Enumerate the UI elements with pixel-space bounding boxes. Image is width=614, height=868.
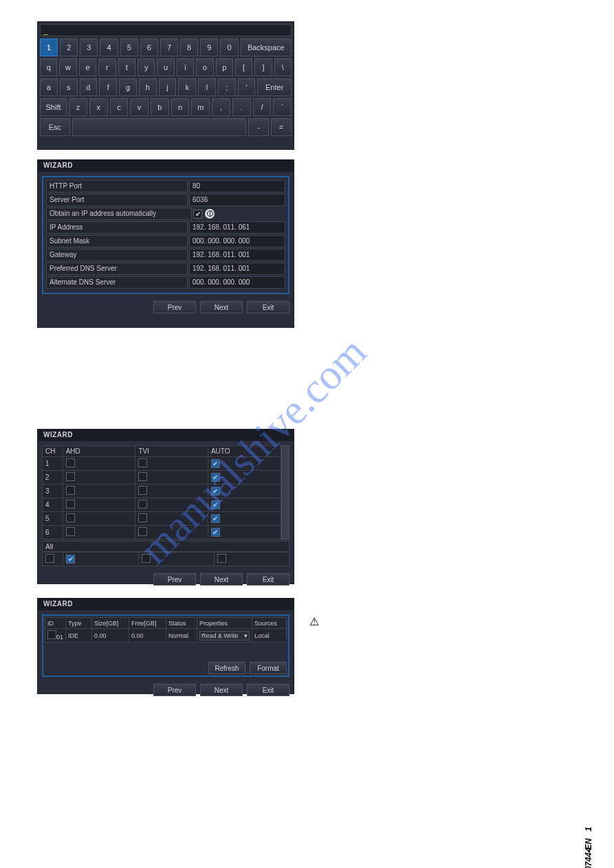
- key-space[interactable]: [72, 118, 246, 136]
- key-p[interactable]: p: [216, 58, 233, 76]
- key-semicolon[interactable]: ;: [218, 78, 236, 96]
- subnet-mask-input[interactable]: 000. 000. 000. 000: [189, 235, 285, 247]
- key-y[interactable]: y: [138, 58, 155, 76]
- prev-button[interactable]: Prev: [153, 301, 196, 313]
- key-equals[interactable]: =: [271, 118, 292, 136]
- server-port-label: Server Port: [46, 194, 188, 206]
- all-auto-checkbox[interactable]: [217, 554, 226, 563]
- preferred-dns-input[interactable]: 192. 168. 011. 001: [189, 263, 285, 275]
- http-port-input[interactable]: 80: [189, 180, 285, 192]
- ahd-checkbox[interactable]: [66, 527, 75, 536]
- dhcp-checkbox[interactable]: [193, 210, 202, 219]
- ahd-checkbox[interactable]: [66, 472, 75, 481]
- key-period[interactable]: .: [232, 98, 251, 116]
- key-g[interactable]: g: [119, 78, 137, 96]
- key-u[interactable]: u: [157, 58, 174, 76]
- table-row: 6: [43, 526, 281, 539]
- key-e[interactable]: e: [79, 58, 96, 76]
- ip-address-input[interactable]: 192. 168. 011. 061: [189, 221, 285, 234]
- key-h[interactable]: h: [139, 78, 157, 96]
- key-minus[interactable]: -: [248, 118, 269, 136]
- tvi-checkbox[interactable]: [138, 458, 147, 467]
- refresh-button[interactable]: Refresh: [208, 662, 245, 674]
- tvi-checkbox[interactable]: [138, 500, 147, 509]
- exit-button[interactable]: Exit: [247, 573, 289, 586]
- auto-checkbox[interactable]: [211, 500, 220, 509]
- gateway-input[interactable]: 192. 168. 011. 001: [189, 249, 285, 261]
- key-enter[interactable]: Enter: [257, 78, 292, 96]
- next-button[interactable]: Next: [200, 573, 243, 586]
- key-s[interactable]: s: [60, 78, 78, 96]
- auto-checkbox[interactable]: [211, 528, 220, 537]
- scrollbar[interactable]: [281, 445, 289, 539]
- key-i[interactable]: i: [177, 58, 194, 76]
- alternate-dns-input[interactable]: 000. 000. 000. 000: [189, 276, 285, 289]
- ahd-checkbox[interactable]: [66, 500, 75, 509]
- key-slash[interactable]: /: [253, 98, 272, 116]
- ahd-checkbox[interactable]: [66, 486, 75, 495]
- tvi-checkbox[interactable]: [138, 472, 147, 481]
- exit-button[interactable]: Exit: [247, 684, 289, 696]
- key-backslash[interactable]: \: [274, 58, 292, 76]
- info-icon[interactable]: ⓘ: [205, 209, 215, 219]
- server-port-input[interactable]: 6036: [189, 194, 285, 206]
- key-c[interactable]: c: [110, 98, 129, 116]
- ahd-checkbox[interactable]: [66, 458, 75, 467]
- auto-checkbox[interactable]: [211, 487, 220, 496]
- next-button[interactable]: Next: [200, 301, 243, 313]
- key-o[interactable]: o: [196, 58, 213, 76]
- key-r[interactable]: r: [98, 58, 116, 76]
- key-l[interactable]: l: [198, 78, 216, 96]
- all-checkbox[interactable]: [45, 554, 54, 563]
- next-button[interactable]: Next: [200, 684, 243, 696]
- prev-button[interactable]: Prev: [153, 573, 196, 586]
- key-w[interactable]: w: [59, 58, 76, 76]
- key-bracket-close[interactable]: ]: [254, 58, 272, 76]
- tvi-checkbox[interactable]: [138, 486, 147, 495]
- exit-button[interactable]: Exit: [247, 301, 289, 313]
- key-a[interactable]: a: [40, 78, 58, 96]
- key-bracket-open[interactable]: [: [235, 58, 252, 76]
- ahd-checkbox[interactable]: [66, 513, 75, 522]
- key-backtick[interactable]: `: [273, 98, 292, 116]
- prev-button[interactable]: Prev: [153, 684, 196, 696]
- key-z[interactable]: z: [69, 98, 87, 116]
- key-9[interactable]: 9: [200, 38, 218, 56]
- key-d[interactable]: d: [80, 78, 98, 96]
- auto-checkbox[interactable]: [211, 473, 220, 482]
- key-1[interactable]: 1: [40, 38, 58, 56]
- key-k[interactable]: k: [178, 78, 196, 96]
- key-t[interactable]: t: [118, 58, 135, 76]
- key-0[interactable]: 0: [220, 38, 238, 56]
- all-ahd-checkbox[interactable]: [66, 555, 75, 564]
- properties-select[interactable]: Read & Write ▾: [199, 631, 250, 641]
- format-button[interactable]: Format: [250, 662, 287, 674]
- key-m[interactable]: m: [191, 98, 210, 116]
- disk-checkbox[interactable]: [47, 630, 56, 639]
- auto-checkbox[interactable]: [211, 459, 220, 468]
- tvi-checkbox[interactable]: [138, 513, 147, 522]
- key-esc[interactable]: Esc: [40, 118, 70, 136]
- key-b[interactable]: b: [151, 98, 169, 116]
- key-v[interactable]: v: [130, 98, 149, 116]
- key-x[interactable]: x: [89, 98, 108, 116]
- tvi-checkbox[interactable]: [138, 527, 147, 536]
- keyboard-input[interactable]: _: [40, 24, 292, 36]
- auto-checkbox[interactable]: [211, 514, 220, 523]
- key-8[interactable]: 8: [180, 38, 198, 56]
- key-2[interactable]: 2: [60, 38, 78, 56]
- key-n[interactable]: n: [171, 98, 190, 116]
- key-7[interactable]: 7: [160, 38, 178, 56]
- key-6[interactable]: 6: [140, 38, 158, 56]
- key-comma[interactable]: ,: [212, 98, 230, 116]
- key-3[interactable]: 3: [80, 38, 98, 56]
- key-q[interactable]: q: [40, 58, 57, 76]
- key-j[interactable]: j: [159, 78, 177, 96]
- key-shift[interactable]: Shift: [40, 98, 67, 116]
- key-f[interactable]: f: [99, 78, 117, 96]
- key-quote[interactable]: ': [238, 78, 256, 96]
- key-backspace[interactable]: Backspace: [241, 38, 292, 56]
- all-tvi-checkbox[interactable]: [142, 554, 151, 563]
- key-5[interactable]: 5: [120, 38, 138, 56]
- key-4[interactable]: 4: [100, 38, 118, 56]
